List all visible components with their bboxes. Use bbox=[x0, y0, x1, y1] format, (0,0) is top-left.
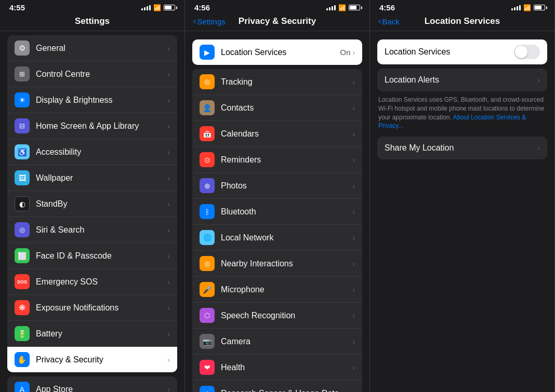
home-chevron: › bbox=[167, 122, 170, 130]
speech-label: Speech Recognition bbox=[221, 311, 352, 320]
location-icon: ▶ bbox=[200, 45, 215, 60]
settings-item-control[interactable]: ⊞ Control Centre › bbox=[7, 61, 177, 87]
panel-settings: 4:55 📶 Settings ⚙ General bbox=[0, 0, 185, 392]
panel-header-2: ‹ Settings Privacy & Security bbox=[185, 14, 369, 31]
toggle-knob bbox=[515, 46, 527, 58]
privacy-right: › bbox=[167, 356, 170, 364]
settings-item-home[interactable]: ⊟ Home Screen & App Library › bbox=[7, 113, 177, 139]
status-icons-1: 📶 bbox=[141, 4, 175, 11]
location-services-group[interactable]: ▶ Location Services On › bbox=[192, 39, 362, 65]
privacy-item-reminders[interactable]: ⊙ Reminders › bbox=[192, 147, 362, 173]
exposure-label: Exposure Notifications bbox=[36, 303, 167, 313]
siri-icon: ◎ bbox=[15, 222, 30, 237]
wallpaper-icon: 🖼 bbox=[15, 170, 30, 185]
status-icons-3: 📶 bbox=[511, 4, 545, 11]
location-toggle-row[interactable]: Location Services bbox=[377, 39, 547, 64]
control-label: Control Centre bbox=[36, 70, 167, 79]
faceid-label: Face ID & Passcode bbox=[36, 251, 167, 261]
settings-item-general[interactable]: ⚙ General › bbox=[7, 35, 177, 61]
share-location-item[interactable]: Share My Location › bbox=[377, 137, 547, 159]
wallpaper-right: › bbox=[167, 174, 170, 182]
share-location-label: Share My Location bbox=[385, 143, 537, 153]
panel-header-3: ‹ Back Location Services bbox=[370, 14, 554, 31]
privacy-item-camera[interactable]: 📷 Camera › bbox=[192, 329, 362, 355]
battery-chevron: › bbox=[167, 330, 170, 338]
privacy-item-tracking[interactable]: ◎ Tracking › bbox=[192, 69, 362, 95]
time-2: 4:56 bbox=[194, 3, 210, 12]
nearby-label: Nearby Interactions bbox=[221, 259, 352, 268]
accessibility-label: Accessibility bbox=[36, 147, 167, 157]
section-system: ⚙ General › ⊞ Control Centre › ☀ Display… bbox=[0, 35, 184, 372]
location-chevron: › bbox=[352, 48, 355, 57]
privacy-label: Privacy & Security bbox=[36, 355, 167, 364]
exposure-right: › bbox=[167, 304, 170, 312]
home-label: Home Screen & App Library bbox=[36, 121, 167, 131]
standby-label: StandBy bbox=[36, 199, 167, 209]
settings-item-battery[interactable]: 🔋 Battery › bbox=[7, 321, 177, 347]
back-button-3[interactable]: ‹ Back bbox=[378, 17, 400, 26]
privacy-item-bluetooth[interactable]: ᛒ Bluetooth › bbox=[192, 199, 362, 225]
home-right: › bbox=[167, 122, 170, 130]
location-alerts-item[interactable]: Location Alerts › bbox=[377, 69, 547, 91]
privacy-item-photos[interactable]: ⊛ Photos › bbox=[192, 173, 362, 199]
section-share-location: Share My Location › bbox=[370, 137, 554, 159]
settings-item-standby[interactable]: ◐ StandBy › bbox=[7, 191, 177, 217]
section-apps: A App Store › ▤ Wallet › bbox=[0, 376, 184, 392]
privacy-item-nearby[interactable]: ◎ Nearby Interactions › bbox=[192, 251, 362, 277]
reminders-label: Reminders bbox=[221, 155, 352, 165]
panel-location: 4:56 📶 ‹ Back Location Services Location… bbox=[370, 0, 555, 392]
health-icon: ❤ bbox=[200, 360, 215, 375]
settings-item-exposure[interactable]: ❋ Exposure Notifications › bbox=[7, 295, 177, 321]
siri-right: › bbox=[167, 226, 170, 234]
nearby-chevron: › bbox=[352, 260, 355, 268]
section-privacy-main: ◎ Tracking › 👤 Contacts › 📅 Calendars › … bbox=[185, 69, 369, 392]
calendars-icon: 📅 bbox=[200, 126, 215, 141]
settings-item-siri[interactable]: ◎ Siri & Search › bbox=[7, 217, 177, 243]
accessibility-chevron: › bbox=[167, 148, 170, 156]
siri-chevron: › bbox=[167, 226, 170, 234]
privacy-item-local-network[interactable]: 🌐 Local Network › bbox=[192, 225, 362, 251]
settings-item-appstore[interactable]: A App Store › bbox=[7, 376, 177, 392]
settings-item-accessibility[interactable]: ♿ Accessibility › bbox=[7, 139, 177, 165]
settings-item-wallpaper[interactable]: 🖼 Wallpaper › bbox=[7, 165, 177, 191]
settings-item-privacy[interactable]: ✋ Privacy & Security › bbox=[7, 347, 177, 372]
privacy-item-health[interactable]: ❤ Health › bbox=[192, 355, 362, 381]
bluetooth-icon: ᛒ bbox=[200, 204, 215, 219]
privacy-item-speech[interactable]: ⬡ Speech Recognition › bbox=[192, 303, 362, 329]
photos-icon: ⊛ bbox=[200, 178, 215, 193]
battery-item-icon: 🔋 bbox=[15, 326, 30, 341]
privacy-item-microphone[interactable]: 🎤 Microphone › bbox=[192, 277, 362, 303]
panel-title-1: Settings bbox=[75, 16, 110, 26]
privacy-item-calendars[interactable]: 📅 Calendars › bbox=[192, 121, 362, 147]
location-toggle[interactable] bbox=[514, 45, 540, 59]
panel-content-2[interactable]: ▶ Location Services On › ◎ Tracking › 👤 … bbox=[185, 31, 369, 392]
panel-content-1[interactable]: ⚙ General › ⊞ Control Centre › ☀ Display… bbox=[0, 31, 184, 392]
display-label: Display & Brightness bbox=[36, 96, 167, 105]
status-bar-1: 4:55 📶 bbox=[0, 0, 184, 14]
privacy-item-location[interactable]: ▶ Location Services On › bbox=[192, 39, 362, 65]
settings-item-faceid[interactable]: ⬜ Face ID & Passcode › bbox=[7, 243, 177, 269]
settings-item-display[interactable]: ☀ Display & Brightness › bbox=[7, 87, 177, 113]
list-group-apps: A App Store › ▤ Wallet › bbox=[7, 376, 177, 392]
battery-icon-1 bbox=[164, 5, 175, 10]
local-network-chevron: › bbox=[352, 234, 355, 242]
bluetooth-chevron: › bbox=[352, 208, 355, 216]
back-button-2[interactable]: ‹ Settings bbox=[193, 17, 226, 26]
back-label-3: Back bbox=[382, 17, 399, 26]
settings-item-sos[interactable]: SOS Emergency SOS › bbox=[7, 269, 177, 295]
panel-title-2: Privacy & Security bbox=[239, 16, 316, 26]
appstore-right: › bbox=[167, 385, 170, 393]
wifi-icon-1: 📶 bbox=[153, 4, 161, 11]
privacy-item-research[interactable]: ◈ Research Sensor & Usage Data › bbox=[192, 381, 362, 392]
signal-icon-2 bbox=[326, 5, 336, 10]
status-bar-3: 4:56 📶 bbox=[370, 0, 554, 14]
panel-title-3: Location Services bbox=[425, 16, 500, 26]
time-3: 4:56 bbox=[379, 3, 395, 12]
faceid-chevron: › bbox=[167, 252, 170, 260]
speech-icon: ⬡ bbox=[200, 308, 215, 323]
siri-label: Siri & Search bbox=[36, 225, 167, 235]
section-location-alerts: Location Alerts › bbox=[370, 69, 554, 91]
privacy-item-contacts[interactable]: 👤 Contacts › bbox=[192, 95, 362, 121]
general-chevron: › bbox=[167, 44, 170, 52]
appstore-chevron: › bbox=[167, 385, 170, 393]
